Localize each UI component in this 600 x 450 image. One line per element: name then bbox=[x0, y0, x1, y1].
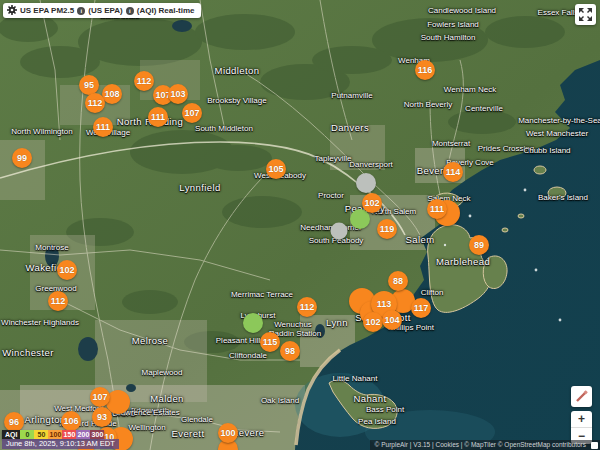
legend-stop: 50 bbox=[34, 430, 48, 439]
aqi-marker[interactable]: 102 bbox=[362, 193, 382, 213]
aqi-marker[interactable]: 98 bbox=[280, 341, 300, 361]
aqi-marker[interactable]: 103 bbox=[168, 84, 188, 104]
aqi-marker[interactable]: 119 bbox=[377, 219, 397, 239]
aqi-marker[interactable]: 104 bbox=[382, 310, 402, 330]
info-icon[interactable]: i bbox=[77, 7, 85, 15]
aqi-marker[interactable]: 107 bbox=[90, 387, 110, 407]
layer-title-conversion: (US EPA) bbox=[88, 6, 123, 15]
map-canvas[interactable]: BallardvaleCandlewood IslandFowlers Isla… bbox=[0, 0, 600, 450]
aqi-marker[interactable]: 116 bbox=[415, 60, 435, 80]
aqi-marker[interactable]: 114 bbox=[443, 162, 463, 182]
layer-title-metric: US EPA PM2.5 bbox=[20, 6, 74, 15]
aqi-marker[interactable]: 112 bbox=[134, 71, 154, 91]
timestamp: June 8th, 2025, 9:10:13 AM EDT bbox=[2, 439, 119, 449]
info-icon[interactable]: i bbox=[126, 7, 134, 15]
aqi-legend: AQI 050100150200300 bbox=[2, 430, 104, 439]
satellite-basemap bbox=[0, 0, 600, 450]
legend-label: AQI bbox=[2, 430, 20, 439]
aqi-marker[interactable]: 111 bbox=[93, 117, 113, 137]
aqi-marker[interactable]: 106 bbox=[61, 411, 81, 431]
aqi-marker[interactable]: 107 bbox=[182, 103, 202, 123]
legend-stop: 300 bbox=[90, 430, 104, 439]
aqi-marker[interactable]: 111 bbox=[148, 107, 168, 127]
legend-stop: 0 bbox=[20, 430, 34, 439]
aqi-marker[interactable]: 117 bbox=[411, 298, 431, 318]
aqi-marker[interactable]: 96 bbox=[4, 412, 24, 432]
sensor-circle[interactable] bbox=[243, 313, 263, 333]
aqi-marker[interactable]: 102 bbox=[363, 312, 383, 332]
layer-title-period: (AQI) Real-time bbox=[137, 6, 195, 15]
aqi-marker[interactable]: 99 bbox=[12, 148, 32, 168]
aqi-marker[interactable]: 93 bbox=[92, 407, 112, 427]
sensor-circle[interactable] bbox=[356, 173, 376, 193]
aqi-marker[interactable]: 112 bbox=[85, 93, 105, 113]
aqi-marker[interactable]: 100 bbox=[218, 423, 238, 443]
legend-stop: 200 bbox=[76, 430, 90, 439]
aqi-marker[interactable]: 111 bbox=[427, 199, 447, 219]
aqi-marker[interactable]: 89 bbox=[469, 235, 489, 255]
aqi-marker[interactable]: 105 bbox=[266, 159, 286, 179]
attribution-logo[interactable] bbox=[591, 442, 598, 449]
fullscreen-button[interactable] bbox=[575, 4, 596, 25]
attribution-bar[interactable]: © PurpleAir | V3.15 | Cookies | © MapTil… bbox=[370, 440, 600, 450]
aqi-marker[interactable]: 112 bbox=[48, 291, 68, 311]
aqi-marker[interactable]: 112 bbox=[297, 297, 317, 317]
aqi-marker[interactable]: 108 bbox=[102, 84, 122, 104]
legend-stop: 150 bbox=[62, 430, 76, 439]
aqi-marker[interactable]: 115 bbox=[260, 332, 280, 352]
pencil-icon bbox=[575, 390, 588, 403]
legend-stop: 100 bbox=[48, 430, 62, 439]
aqi-marker[interactable]: 102 bbox=[57, 260, 77, 280]
aqi-marker[interactable]: 95 bbox=[79, 75, 99, 95]
draw-tool-button[interactable] bbox=[571, 386, 592, 407]
settings-gear-icon[interactable] bbox=[7, 5, 17, 17]
fullscreen-icon bbox=[579, 8, 592, 21]
zoom-in-button[interactable]: + bbox=[571, 411, 592, 427]
aqi-marker[interactable]: 88 bbox=[388, 271, 408, 291]
layer-selector-bar[interactable]: US EPA PM2.5 i (US EPA) i (AQI) Real-tim… bbox=[3, 3, 201, 18]
sensor-circle[interactable] bbox=[331, 223, 348, 240]
